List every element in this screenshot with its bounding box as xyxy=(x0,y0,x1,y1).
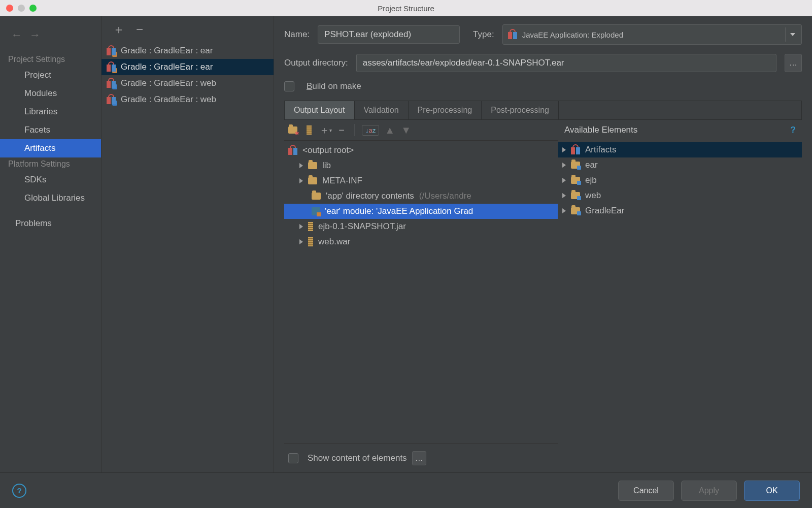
artifact-icon: E xyxy=(107,46,116,55)
tree-row-ejb-jar[interactable]: ejb-0.1-SNAPSHOT.jar xyxy=(284,219,558,234)
expand-icon[interactable] xyxy=(562,193,566,198)
folder-icon xyxy=(308,162,317,169)
folder-icon xyxy=(312,193,321,200)
sidebar-item-artifacts[interactable]: Artifacts xyxy=(0,139,101,157)
section-project-settings: Project Settings xyxy=(0,53,101,66)
tree-label: ejb xyxy=(585,175,597,185)
show-content-more-button[interactable]: … xyxy=(412,451,426,465)
browse-output-dir-button[interactable]: … xyxy=(785,54,802,72)
tree-label: <output root> xyxy=(302,145,354,155)
tree-row-meta-inf[interactable]: META-INF xyxy=(284,173,558,188)
tree-path-dim: (/Users/andre xyxy=(419,191,471,201)
add-artifact-button[interactable]: ＋ xyxy=(113,23,125,36)
artifact-icon xyxy=(288,146,297,155)
sidebar-item-sdks[interactable]: SDKs xyxy=(0,171,101,189)
new-folder-icon[interactable] xyxy=(287,124,298,136)
chevron-down-icon xyxy=(785,27,799,42)
detail-tabs: Output Layout Validation Pre-processing … xyxy=(284,101,802,120)
output-layout-toolbar: ＋▾ − ↓az ▲ ▼ xyxy=(284,120,558,141)
tree-label: GradleEar xyxy=(585,206,624,216)
artifact-label: Gradle : GradleEar : ear xyxy=(121,46,213,56)
sidebar-item-project[interactable]: Project xyxy=(0,66,101,84)
expand-icon[interactable] xyxy=(562,163,566,168)
available-ejb[interactable]: ejb xyxy=(558,173,802,188)
tree-label: 'app' directory contents xyxy=(326,191,414,201)
expand-icon[interactable] xyxy=(299,224,303,229)
cancel-button[interactable]: Cancel xyxy=(618,481,674,501)
type-combo[interactable]: JavaEE Application: Exploded xyxy=(502,24,802,45)
artifact-item[interactable]: E Gradle : GradleEar : ear xyxy=(101,43,274,59)
artifact-type-icon xyxy=(508,30,517,39)
tree-label: META-INF xyxy=(322,176,362,186)
artifact-item[interactable]: ◦ Gradle : GradleEar : web xyxy=(101,91,274,108)
remove-artifact-button[interactable]: − xyxy=(136,23,143,36)
nav-forward-icon[interactable]: → xyxy=(29,28,41,42)
artifact-item[interactable]: ◦ Gradle : GradleEar : web xyxy=(101,75,274,91)
tree-label: Artifacts xyxy=(585,145,616,155)
tree-label: web.war xyxy=(318,237,350,247)
tree-row-ear-module[interactable]: 'ear' module: 'JavaEE Application Grad xyxy=(284,204,558,219)
dialog-footer: ? Cancel Apply OK xyxy=(0,472,812,508)
help-button[interactable]: ? xyxy=(12,484,26,498)
available-elements-header: Available Elements xyxy=(564,125,637,135)
expand-icon[interactable] xyxy=(562,208,566,213)
tree-row-lib[interactable]: lib xyxy=(284,158,558,173)
sort-icon[interactable]: ↓az xyxy=(362,125,379,136)
expand-icon[interactable] xyxy=(299,239,303,244)
sidebar-item-global-libraries[interactable]: Global Libraries xyxy=(0,189,101,207)
tab-post-processing[interactable]: Post-processing xyxy=(482,101,559,119)
artifact-icon: ◦ xyxy=(107,95,116,104)
available-elements-tree: Artifacts ear ejb we xyxy=(558,140,802,472)
ok-button[interactable]: OK xyxy=(744,481,800,501)
tab-pre-processing[interactable]: Pre-processing xyxy=(409,101,482,119)
build-on-make-label: Build on make xyxy=(307,81,361,91)
titlebar: Project Structure xyxy=(0,0,812,16)
sidebar-item-problems[interactable]: Problems xyxy=(0,214,101,233)
tree-row-web-war[interactable]: web.war xyxy=(284,234,558,249)
available-ear[interactable]: ear xyxy=(558,157,802,173)
show-content-checkbox[interactable] xyxy=(288,453,298,463)
tree-row-output-root[interactable]: <output root> xyxy=(284,143,558,158)
output-dir-label: Output directory: xyxy=(284,58,348,68)
sidebar-item-modules[interactable]: Modules xyxy=(0,84,101,103)
add-copy-icon[interactable]: ＋▾ xyxy=(320,124,331,136)
tree-label: lib xyxy=(322,161,331,171)
expand-icon[interactable] xyxy=(562,147,566,152)
expand-icon[interactable] xyxy=(299,163,303,168)
sidebar-item-libraries[interactable]: Libraries xyxy=(0,103,101,121)
artifact-label: Gradle : GradleEar : web xyxy=(121,78,216,88)
available-elements-help-icon[interactable]: ? xyxy=(791,125,796,135)
module-folder-icon xyxy=(571,192,580,199)
section-platform-settings: Platform Settings xyxy=(0,157,101,171)
move-up-icon[interactable]: ▲ xyxy=(384,124,395,136)
nav-back-icon[interactable]: ← xyxy=(11,28,22,42)
archive-icon xyxy=(308,237,313,246)
expand-icon[interactable] xyxy=(299,178,303,183)
module-folder-icon xyxy=(571,177,580,184)
name-field[interactable] xyxy=(318,25,460,44)
artifact-item[interactable]: E Gradle : GradleEar : ear xyxy=(101,59,274,75)
available-gradle-ear[interactable]: GradleEar xyxy=(558,203,802,218)
artifact-detail-panel: Name: Type: JavaEE Application: Exploded… xyxy=(274,16,812,472)
tree-row-app-dir[interactable]: 'app' directory contents (/Users/andre xyxy=(284,188,558,204)
artifact-label: Gradle : GradleEar : ear xyxy=(121,62,213,72)
folder-icon xyxy=(308,177,317,184)
output-layout-tree: <output root> lib META-INF 'app' xyxy=(284,141,558,443)
expand-icon[interactable] xyxy=(562,178,566,183)
tab-validation[interactable]: Validation xyxy=(355,101,409,119)
move-down-icon[interactable]: ▼ xyxy=(400,124,412,136)
type-label: Type: xyxy=(473,29,494,40)
output-dir-field[interactable] xyxy=(356,54,776,72)
apply-button[interactable]: Apply xyxy=(681,481,737,501)
sidebar-item-facets[interactable]: Facets xyxy=(0,121,101,139)
new-archive-icon[interactable] xyxy=(303,124,315,136)
available-web[interactable]: web xyxy=(558,188,802,203)
available-artifacts[interactable]: Artifacts xyxy=(558,142,802,157)
module-folder-icon xyxy=(571,162,580,169)
tree-label: ejb-0.1-SNAPSHOT.jar xyxy=(318,221,406,232)
remove-icon[interactable]: − xyxy=(336,124,347,136)
tree-label: 'ear' module: 'JavaEE Application Grad xyxy=(325,206,473,216)
artifacts-list-panel: ＋ − E Gradle : GradleEar : ear E Gradle … xyxy=(101,16,274,472)
build-on-make-checkbox[interactable] xyxy=(284,81,294,91)
tab-output-layout[interactable]: Output Layout xyxy=(285,101,355,119)
